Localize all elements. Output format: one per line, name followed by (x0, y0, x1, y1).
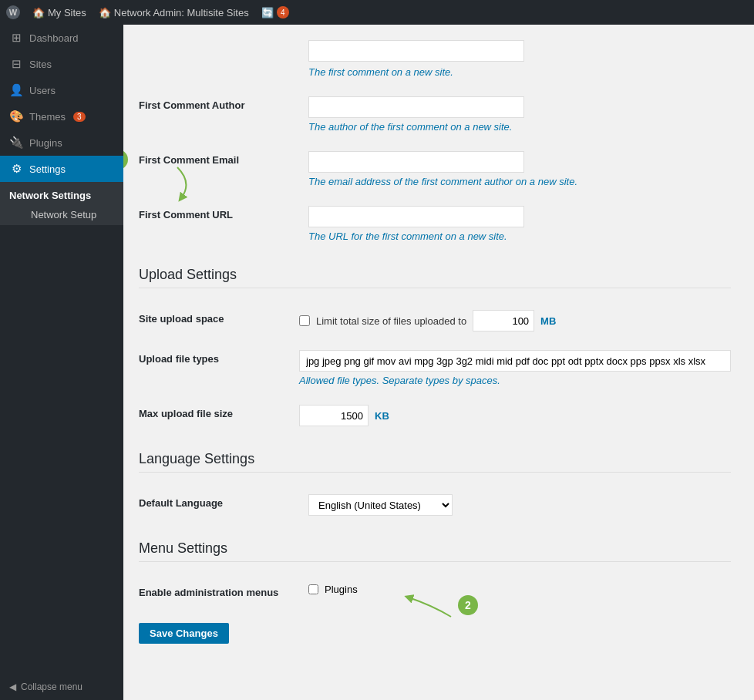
sidebar-item-sites[interactable]: ⊟ Sites (0, 51, 123, 77)
first-comment-author-input[interactable] (308, 96, 524, 118)
first-comment-email-field-cell: The email address of the first comment a… (308, 142, 731, 197)
network-admin-icon: 🏠 (99, 7, 111, 19)
first-comment-author-row: First Comment Author The author of the f… (139, 87, 731, 142)
enable-admin-menus-row: Enable administration menus Plugins (139, 574, 731, 607)
site-upload-space-row: Site upload space Limit total size of fi… (139, 301, 731, 341)
annotation-1-container: 1 (123, 150, 128, 170)
annotation-arrow-1 (154, 163, 200, 202)
annotation-bubble-1: 1 (123, 150, 128, 170)
upload-file-types-row: Upload file types Allowed file types. Se… (139, 341, 731, 395)
default-language-row: Default Language English (United States)… (139, 485, 731, 525)
network-admin-link[interactable]: 🏠 Network Admin: Multisite Sites (99, 7, 249, 19)
annotation-arrow-2 (401, 590, 455, 621)
upload-size-input[interactable] (473, 310, 534, 331)
updates-badge: 4 (277, 6, 289, 19)
my-sites-icon: 🏠 (32, 7, 45, 19)
upload-settings-table: Site upload space Limit total size of fi… (139, 301, 731, 436)
save-changes-container: Save Changes (139, 623, 731, 644)
upload-file-types-description: Allowed file types. Separate types by sp… (299, 375, 731, 386)
first-comment-author-field-cell: The author of the first comment on a new… (308, 87, 731, 142)
sidebar-item-users[interactable]: 👤 Users (0, 77, 123, 103)
first-comment-site-description: The first comment on a new site. (308, 66, 453, 78)
default-language-label-cell: Default Language (139, 485, 308, 525)
users-icon: 👤 (9, 83, 23, 97)
menu-settings-title: Menu Settings (139, 540, 731, 562)
max-upload-size-label: Max upload file size (139, 408, 233, 419)
default-language-select[interactable]: English (United States) English (UK) Esp… (308, 494, 453, 516)
max-upload-size-row: Max upload file size KB (139, 395, 731, 436)
first-comment-content-input[interactable] (308, 40, 524, 62)
sidebar-item-settings[interactable]: ⚙ Settings (0, 156, 123, 182)
upload-types-input[interactable] (299, 350, 731, 372)
updates-icon: 🔄 (261, 7, 274, 19)
sites-icon: ⊟ (9, 57, 23, 71)
wp-logo-icon[interactable]: W (6, 5, 20, 19)
dashboard-icon: ⊞ (9, 31, 23, 45)
enable-admin-menus-field: Plugins 2 (308, 574, 731, 607)
default-language-field: English (United States) English (UK) Esp… (308, 485, 731, 525)
collapse-menu-button[interactable]: ◀ Collapse menu (0, 674, 123, 700)
sidebar-item-network-setup[interactable]: Network Setup (0, 204, 123, 225)
enable-admin-menus-label-cell: Enable administration menus (139, 574, 308, 607)
first-comment-email-row: First Comment Email 1 (139, 142, 731, 197)
first-comment-url-field-cell: The URL for the first comment on a new s… (308, 197, 731, 251)
sidebar-sub-menu: Network Settings Network Setup (0, 182, 123, 225)
annotation-bubble-2: 2 (458, 595, 478, 615)
first-comment-author-label: First Comment Author (139, 87, 308, 142)
limit-total-label: Limit total size of files uploaded to (316, 315, 466, 327)
upload-size-unit: MB (540, 315, 556, 327)
sidebar-item-plugins[interactable]: 🔌 Plugins (0, 130, 123, 156)
admin-bar: W 🏠 My Sites 🏠 Network Admin: Multisite … (0, 0, 754, 25)
themes-badge: 3 (73, 112, 86, 122)
my-sites-link[interactable]: 🏠 My Sites (32, 7, 86, 19)
annotation-2-container: 2 (401, 590, 478, 621)
upload-file-types-label: Upload file types (139, 353, 219, 365)
first-comment-email-input[interactable] (308, 151, 524, 173)
first-comment-url-label-cell: First Comment URL (139, 197, 308, 251)
themes-icon: 🎨 (9, 109, 23, 123)
network-settings-header: Network Settings (0, 182, 123, 204)
upload-file-types-field: Allowed file types. Separate types by sp… (299, 341, 731, 395)
default-language-label: Default Language (139, 497, 223, 509)
site-upload-space-field: Limit total size of files uploaded to MB (299, 301, 731, 341)
enable-admin-menus-label: Enable administration menus (139, 587, 278, 598)
collapse-icon: ◀ (9, 681, 16, 692)
first-comment-table: First Comment Author The author of the f… (139, 87, 731, 251)
limit-upload-checkbox[interactable] (299, 315, 310, 326)
max-upload-size-unit: KB (375, 410, 389, 422)
upload-settings-title: Upload Settings (139, 267, 731, 288)
language-settings-table: Default Language English (United States)… (139, 485, 731, 525)
sidebar: ⊞ Dashboard ⊟ Sites 👤 Users 🎨 Themes 3 🔌… (0, 25, 123, 700)
site-upload-space-label: Site upload space (139, 301, 299, 341)
first-comment-url-label: First Comment URL (139, 209, 233, 220)
first-comment-email-label-cell: First Comment Email 1 (139, 142, 308, 197)
settings-icon: ⚙ (9, 162, 23, 176)
sidebar-item-themes[interactable]: 🎨 Themes 3 (0, 103, 123, 130)
upload-file-types-label-cell: Upload file types (139, 341, 299, 395)
updates-link[interactable]: 🔄 4 (261, 6, 289, 19)
first-comment-author-description: The author of the first comment on a new… (308, 121, 731, 133)
max-upload-size-field: KB (299, 395, 731, 436)
first-comment-url-input[interactable] (308, 206, 524, 227)
max-upload-size-label-cell: Max upload file size (139, 395, 299, 436)
main-content: The first comment on a new site. First C… (123, 25, 754, 700)
max-upload-size-input[interactable] (299, 405, 369, 426)
first-comment-url-description: The URL for the first comment on a new s… (308, 231, 731, 242)
top-partial-section: The first comment on a new site. (139, 40, 731, 78)
plugins-menu-checkbox[interactable] (308, 584, 318, 594)
first-comment-email-description: The email address of the first comment a… (308, 176, 731, 187)
plugins-icon: 🔌 (9, 136, 23, 150)
save-changes-button[interactable]: Save Changes (139, 623, 229, 644)
sidebar-item-dashboard[interactable]: ⊞ Dashboard (0, 25, 123, 51)
language-settings-title: Language Settings (139, 451, 731, 473)
menu-settings-table: Enable administration menus Plugins (139, 574, 731, 607)
plugins-menu-label: Plugins (325, 584, 358, 595)
first-comment-url-row: First Comment URL The URL for the first … (139, 197, 731, 251)
